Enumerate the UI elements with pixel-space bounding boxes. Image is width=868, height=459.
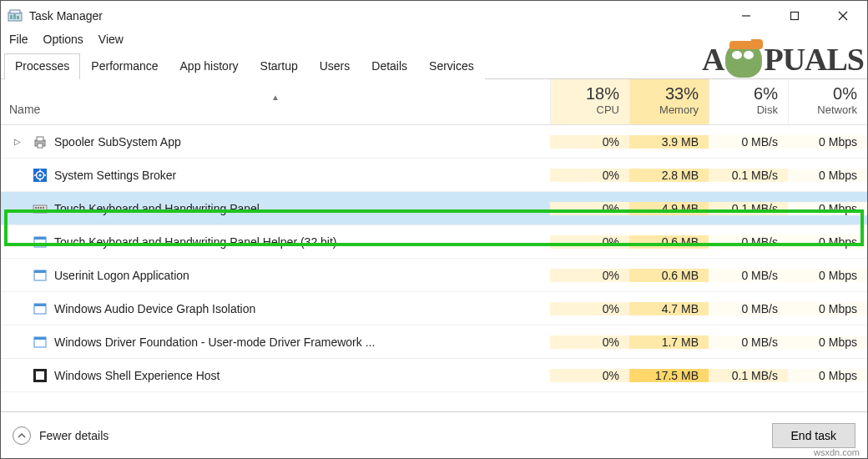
window-icon [33,301,48,316]
expand-icon[interactable]: ▷ [14,137,26,146]
window-icon [33,235,48,250]
cpu-value: 0% [550,269,629,282]
app-icon [8,8,23,23]
svg-rect-32 [34,337,46,340]
menu-file[interactable]: File [9,33,28,46]
network-value: 0 Mbps [788,235,867,249]
memory-value: 1.7 MB [629,335,709,349]
process-row[interactable]: ▷Windows Audio Device Graph Isolation0%4… [1,292,867,325]
cpu-usage-percent: 18% [556,84,619,103]
cpu-value: 0% [550,369,629,382]
process-name: System Settings Broker [54,169,176,182]
cpu-label: CPU [556,103,619,116]
process-name-cell: ▷Userinit Logon Application [1,268,550,283]
svg-point-14 [39,174,42,176]
network-usage-percent: 0% [794,84,857,103]
column-disk[interactable]: 6% Disk [709,79,788,124]
process-name-cell: ▷Touch Keyboard and Handwriting Panel He… [1,235,550,250]
process-name: Touch Keyboard and Handwriting Panel [54,202,260,215]
process-row[interactable]: ▷Userinit Logon Application0%0.6 MB0 MB/… [1,259,867,292]
memory-value: 17.5 MB [629,369,709,382]
process-row[interactable]: ▷Windows Shell Experience Host0%17.5 MB0… [1,359,867,392]
disk-value: 0 MB/s [709,335,788,349]
memory-value: 4.9 MB [629,202,709,215]
disk-value: 0.1 MB/s [709,369,788,382]
column-name[interactable]: ▲ Name [1,88,550,124]
svg-rect-21 [38,207,39,209]
menu-options[interactable]: Options [43,33,83,46]
tab-details[interactable]: Details [361,53,418,79]
svg-rect-28 [34,270,46,273]
close-button[interactable] [819,1,867,31]
process-row[interactable]: ▷System Settings Broker0%2.8 MB0.1 MB/s0… [1,159,867,192]
end-task-button[interactable]: End task [772,423,855,448]
svg-rect-10 [37,137,43,141]
disk-usage-percent: 6% [714,84,778,103]
svg-rect-19 [33,205,47,213]
title-bar[interactable]: Task Manager [1,1,867,31]
task-manager-window: Task Manager File Options View Processes… [0,0,868,459]
svg-rect-4 [17,16,19,19]
process-name: Windows Shell Experience Host [54,369,220,382]
menu-bar: File Options View [1,31,867,53]
window-icon [33,268,48,283]
disk-value: 0.1 MB/s [709,202,788,215]
collapse-icon[interactable] [13,426,31,445]
process-name: Userinit Logon Application [54,269,189,282]
tab-performance[interactable]: Performance [80,53,169,79]
network-value: 0 Mbps [788,269,867,282]
svg-rect-30 [34,304,46,306]
svg-rect-1 [10,10,20,13]
tab-startup[interactable]: Startup [250,53,309,79]
svg-rect-23 [43,207,44,209]
memory-value: 3.9 MB [629,135,709,149]
svg-rect-2 [10,15,13,19]
network-value: 0 Mbps [788,369,867,382]
process-rows: ▷Spooler SubSystem App0%3.9 MB0 MB/s0 Mb… [1,125,867,392]
svg-rect-3 [13,14,16,19]
shell-icon [33,368,48,383]
disk-value: 0.1 MB/s [709,169,788,182]
tab-users[interactable]: Users [309,53,361,79]
process-name: Touch Keyboard and Handwriting Panel Hel… [54,235,337,249]
maximize-button[interactable] [770,1,819,31]
svg-rect-24 [37,209,43,211]
fewer-details-link[interactable]: Fewer details [39,429,108,442]
svg-rect-26 [34,237,46,240]
memory-value: 0.6 MB [629,269,709,282]
process-name: Windows Audio Device Graph Isolation [54,302,255,315]
tab-app-history[interactable]: App history [169,53,250,79]
network-value: 0 Mbps [788,202,867,215]
window-icon [33,335,48,350]
network-value: 0 Mbps [788,169,867,182]
menu-view[interactable]: View [98,33,124,46]
svg-rect-20 [35,207,37,209]
process-name-cell: ▷Windows Driver Foundation - User-mode D… [1,335,550,350]
column-memory[interactable]: 33% Memory [629,79,709,124]
tab-services[interactable]: Services [418,53,485,79]
column-cpu[interactable]: 18% CPU [550,79,629,124]
process-row[interactable]: ▷Spooler SubSystem App0%3.9 MB0 MB/s0 Mb… [1,125,867,159]
tab-processes[interactable]: Processes [4,53,80,79]
printer-icon [33,134,48,149]
column-network[interactable]: 0% Network [788,79,867,124]
svg-rect-22 [40,207,42,209]
disk-value: 0 MB/s [709,302,788,315]
column-name-label: Name [9,103,40,116]
window-title: Task Manager [29,9,103,23]
cpu-value: 0% [550,135,629,149]
disk-label: Disk [714,103,778,116]
minimize-button[interactable] [722,1,770,31]
process-row[interactable]: ▷Windows Driver Foundation - User-mode D… [1,325,867,359]
memory-value: 2.8 MB [629,169,709,182]
keyboard-icon [33,201,48,216]
tab-bar: ProcessesPerformanceApp historyStartupUs… [1,53,867,79]
process-row[interactable]: ▷Touch Keyboard and Handwriting Panel He… [1,225,867,259]
process-row[interactable]: ▷Touch Keyboard and Handwriting Panel0%4… [1,192,867,225]
svg-rect-34 [36,371,44,380]
disk-value: 0 MB/s [709,269,788,282]
disk-value: 0 MB/s [709,235,788,249]
network-value: 0 Mbps [788,302,867,315]
sort-indicator-icon: ▲ [9,94,542,103]
cpu-value: 0% [550,169,629,182]
